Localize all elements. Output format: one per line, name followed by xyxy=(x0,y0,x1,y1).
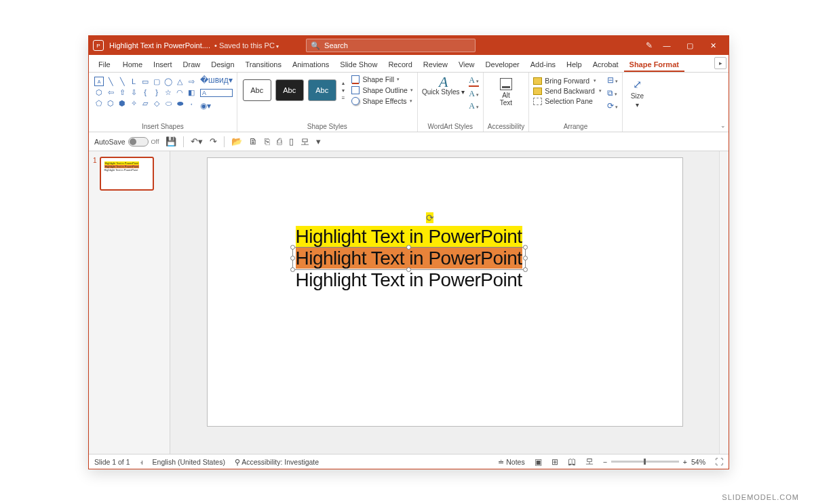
search-box[interactable]: 🔍 Search xyxy=(306,39,476,52)
shape-more7-icon[interactable]: ⬭ xyxy=(163,98,173,108)
shape-effects-button[interactable]: Shape Effects xyxy=(351,97,413,105)
fit-window-icon[interactable]: ⛶ xyxy=(715,457,723,467)
shape-line2-icon[interactable]: ╲ xyxy=(117,77,127,86)
shape-more5-icon[interactable]: ▱ xyxy=(140,98,150,108)
resize-handle[interactable] xyxy=(523,245,528,250)
edit-shape-icon[interactable]: �швид▾ xyxy=(200,75,233,85)
shape-more4-icon[interactable]: ✧ xyxy=(129,98,138,108)
redo-icon[interactable]: ↷ xyxy=(210,136,217,147)
save-status[interactable]: • Saved to this PC xyxy=(214,41,279,50)
text-effects-button[interactable]: A xyxy=(469,101,478,111)
shape-arrowl-icon[interactable]: ⇦ xyxy=(106,88,115,97)
slideshow-view-icon[interactable]: 모 xyxy=(585,456,594,467)
shape-hex-icon[interactable]: ⬡ xyxy=(94,88,104,97)
zoom-slider[interactable] xyxy=(611,461,679,463)
shape-arrowu-icon[interactable]: ⇧ xyxy=(117,88,127,97)
text-line-3[interactable]: Highlight Text in PowerPoint xyxy=(296,269,522,291)
shape-style-gallery[interactable]: Abc Abc Abc ▴▾≡ xyxy=(241,75,347,105)
qat-icon-3[interactable]: ▯ xyxy=(289,136,294,147)
selection-pane-button[interactable]: Selection Pane xyxy=(533,97,602,105)
shape-brace-icon[interactable]: { xyxy=(140,88,150,97)
text-box-icon[interactable]: A xyxy=(200,89,233,97)
minimize-button[interactable]: — xyxy=(655,36,678,55)
rotate-handle-icon[interactable]: ⟳ xyxy=(426,212,434,223)
shape-oval-icon[interactable]: ◯ xyxy=(163,77,173,86)
shape-more1-icon[interactable]: ⬠ xyxy=(94,98,104,108)
shape-brace2-icon[interactable]: } xyxy=(152,88,161,97)
qat-icon-4[interactable]: 모 xyxy=(301,136,309,148)
shapes-gallery[interactable]: A ╲ ╲ L ▭ ▢ ◯ △ ⇨ ⬡ ⇦ ⇧ ⇩ { } ☆ ◠ xyxy=(93,75,197,111)
align-button[interactable]: ⊟ xyxy=(607,75,618,85)
shape-callout-icon[interactable]: ◧ xyxy=(187,88,196,97)
tab-draw[interactable]: Draw xyxy=(178,57,206,72)
size-button[interactable]: ⤢ Size ▾ xyxy=(627,75,648,109)
tab-view[interactable]: View xyxy=(453,57,480,72)
resize-handle[interactable] xyxy=(523,267,528,272)
zoom-in-icon[interactable]: + xyxy=(683,458,687,466)
save-icon[interactable]: 💾 xyxy=(166,136,176,147)
shape-more8-icon[interactable]: ⬬ xyxy=(175,98,185,108)
notes-button[interactable]: ≐ Notes xyxy=(498,458,524,466)
rotate-button[interactable]: ⟳ xyxy=(607,101,618,111)
group-button[interactable]: ⧉ xyxy=(607,88,618,98)
qat-icon-2[interactable]: ⎙ xyxy=(277,136,282,147)
merge-shapes-icon[interactable]: ◉▾ xyxy=(200,101,233,111)
tab-shape-format[interactable]: Shape Format xyxy=(624,57,684,72)
shape-triangle-icon[interactable]: △ xyxy=(175,77,185,86)
dictate-icon[interactable]: ✎ xyxy=(646,41,653,50)
style-preset-2[interactable]: Abc xyxy=(275,79,304,101)
shape-more3-icon[interactable]: ⬢ xyxy=(117,98,127,108)
tab-file[interactable]: File xyxy=(92,57,117,72)
maximize-button[interactable]: ▢ xyxy=(678,36,701,55)
qat-icon-5[interactable]: ▾ xyxy=(316,136,321,147)
style-gallery-more[interactable]: ▴▾≡ xyxy=(342,80,345,101)
tab-review[interactable]: Review xyxy=(418,57,453,72)
shape-outline-button[interactable]: Shape Outline xyxy=(351,86,413,94)
reading-view-icon[interactable]: 🕮 xyxy=(568,457,576,467)
send-backward-button[interactable]: Send Backward xyxy=(533,87,602,95)
style-preset-1[interactable]: Abc xyxy=(243,79,271,101)
shape-more2-icon[interactable]: ⬡ xyxy=(106,98,115,108)
resize-handle[interactable] xyxy=(523,256,528,260)
ribbon-collapse-button[interactable]: ⌄ xyxy=(720,122,726,129)
tab-insert[interactable]: Insert xyxy=(148,57,178,72)
ribbon-overflow-button[interactable]: ▸ xyxy=(714,57,726,69)
resize-handle[interactable] xyxy=(290,267,295,272)
tab-record[interactable]: Record xyxy=(383,57,417,72)
shape-textbox-icon[interactable]: A xyxy=(94,77,104,86)
normal-view-icon[interactable]: ▣ xyxy=(535,457,542,467)
slide[interactable]: Highlight Text in PowerPoint ⟳ Highlight… xyxy=(208,158,682,426)
autosave-toggle[interactable]: AutoSave Off xyxy=(94,137,159,147)
shape-roundrect-icon[interactable]: ▢ xyxy=(152,77,161,86)
quick-styles-button[interactable]: A xyxy=(439,75,448,89)
shape-arc-icon[interactable]: ◠ xyxy=(175,88,185,97)
text-line-2-selected[interactable]: Highlight Text in PowerPoint xyxy=(296,248,522,269)
shape-arrowr-icon[interactable]: ⇨ xyxy=(187,77,196,86)
zoom-level[interactable]: 54% xyxy=(691,458,705,466)
slide-thumbnail-1[interactable]: 1 Highlight Text in PowerPoint Highlight… xyxy=(93,157,166,191)
new-icon[interactable]: 🗎 xyxy=(249,136,258,147)
close-button[interactable]: ✕ xyxy=(701,36,724,55)
alt-text-button[interactable]: AltText xyxy=(488,75,524,106)
resize-handle[interactable] xyxy=(290,245,295,250)
qat-icon-1[interactable]: ⎘ xyxy=(265,136,270,147)
shape-rect-icon[interactable]: ▭ xyxy=(140,77,150,86)
tab-slideshow[interactable]: Slide Show xyxy=(334,57,383,72)
text-fill-button[interactable]: A xyxy=(469,75,478,87)
zoom-out-icon[interactable]: − xyxy=(603,458,607,466)
shape-connector-icon[interactable]: L xyxy=(129,77,138,86)
tab-animations[interactable]: Animations xyxy=(287,57,334,72)
tab-acrobat[interactable]: Acrobat xyxy=(587,57,624,72)
tab-transitions[interactable]: Transitions xyxy=(240,57,287,72)
tab-home[interactable]: Home xyxy=(117,57,148,72)
undo-icon[interactable]: ↶▾ xyxy=(191,136,203,147)
text-outline-button[interactable]: A xyxy=(469,89,478,99)
shape-arrowd-icon[interactable]: ⇩ xyxy=(129,88,138,97)
bring-forward-button[interactable]: Bring Forward xyxy=(533,77,602,85)
slide-indicator[interactable]: Slide 1 of 1 xyxy=(94,458,130,466)
slide-canvas-area[interactable]: Highlight Text in PowerPoint ⟳ Highlight… xyxy=(170,151,719,454)
tab-help[interactable]: Help xyxy=(561,57,587,72)
shape-more9-icon[interactable]: ⬫ xyxy=(187,98,196,108)
sorter-view-icon[interactable]: ⊞ xyxy=(551,457,558,467)
shape-line-icon[interactable]: ╲ xyxy=(106,77,115,86)
